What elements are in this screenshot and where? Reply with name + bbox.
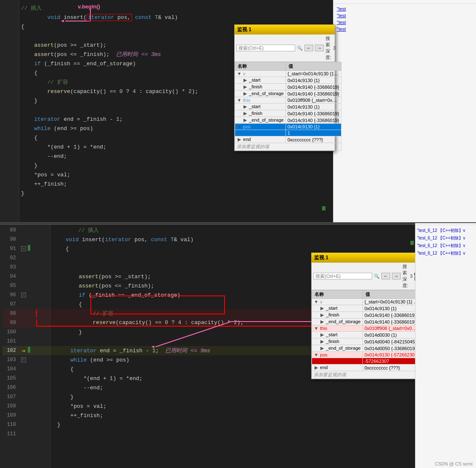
right-panel-top: "test "test "test "test xyxy=(333,0,476,223)
code-line: 107 } xyxy=(3,392,420,402)
watch-row-inner-red: -572662307 xyxy=(312,358,421,364)
watch-row: ▶ _finish 0x014c9140 {-33686019} xyxy=(235,110,341,117)
code-line: 91 - { xyxy=(3,244,420,253)
watch-depth-label: 搜索深度: xyxy=(325,35,331,61)
watch-row-inner: 1 xyxy=(235,130,341,136)
code-line: 108 *pos = val; xyxy=(3,402,420,411)
watch-row-selected: ▼ pos 0x014c9130 {1} xyxy=(235,124,341,130)
watermark: CSDN @ CS semi xyxy=(435,461,473,466)
watch-row: ▶ _end_of_storage 0x014d0050 {-33686019} xyxy=(312,345,421,352)
code-line: 106 --end; xyxy=(3,383,420,392)
watch-row: ▶ _start 0x014c9130 {1} xyxy=(235,77,341,84)
right-panel-item[interactable]: "test xyxy=(333,5,476,12)
code-line: 109 ++_finish; xyxy=(3,411,420,420)
watch-search-bottom[interactable] xyxy=(313,273,372,279)
code-line: --end; xyxy=(21,152,332,161)
watch-row: ▶ _end_of_storage 0x014c9140 {-33686019} xyxy=(235,90,341,97)
watch-row: ▼ this 0x010ff908 {_start=0x014c9130 xyxy=(235,97,341,104)
watch-row: ▶ _finish 0x014d0040 {-842150451} xyxy=(312,338,421,345)
code-line: 111 xyxy=(3,429,420,439)
watch-depth-value: 3 xyxy=(333,45,336,51)
watch-row: ▶ _finish 0x014c9140 {-33686019} xyxy=(312,312,421,319)
watch-row: ▶ _start 0x014c9130 (1) xyxy=(235,104,341,110)
watch-col-name-2: 名称 xyxy=(312,290,363,299)
watch-row: ▼ v {_start=0x014c9130 {1} _finish={ xyxy=(235,71,341,77)
watch-depth-value-2: 3 xyxy=(410,274,413,279)
watch-toolbar-top[interactable]: 🔍 ← → 搜索深度: 3 xyxy=(235,35,335,62)
code-line: void insert(iterator pos, const T& val) xyxy=(21,13,332,22)
watch-table-bottom: 名称 值 ▼ v {_start=0x014c9130 {1} _finish=… xyxy=(312,290,421,379)
watch-depth-label-2: 搜索深度: xyxy=(402,263,408,289)
right-panel-item[interactable]: "test xyxy=(333,12,476,19)
watch-row: ▶ _end_of_storage 0x014c9140 {-33686019} xyxy=(235,117,341,124)
bottom-right-list: "test_6_12 【C++初除】v "test_6_12 【C++初除】v … xyxy=(415,225,476,259)
collapse-btn[interactable]: - xyxy=(21,292,26,298)
minimap-dot xyxy=(322,206,325,210)
watch-row: ▶ end 0xcccccccc {???} xyxy=(235,136,341,143)
collapse-btn[interactable]: - xyxy=(21,357,26,362)
watch-row: ▶ end 0xcccccccc {???} xyxy=(312,364,421,371)
right-panel-item[interactable]: "test xyxy=(333,19,476,26)
right-panel-list: "test "test "test "test xyxy=(333,4,476,34)
watch-title-top: 监视 1 xyxy=(235,25,335,35)
code-line: 89 // 插入 xyxy=(3,226,420,235)
watch-toolbar-bottom[interactable]: 🔍 ← → 搜索深度: 3 ▶ 🔲 xyxy=(312,263,420,290)
code-line: 90 void insert(iterator pos, const T& va… xyxy=(3,235,420,244)
watch-back-btn-2[interactable]: ← xyxy=(381,273,390,279)
watch-title-bottom: 监视 1 xyxy=(312,253,420,263)
watch-row-red-sel: ▼ pos 0x014c9130 {-572662307} xyxy=(312,352,421,358)
watch-fwd-btn[interactable]: → xyxy=(315,45,324,51)
right-item[interactable]: "test_6_12 【C++初除】v xyxy=(415,242,476,250)
current-line-arrow: ⇒ xyxy=(22,347,25,354)
right-item[interactable]: "test_6_12 【C++初除】v xyxy=(415,234,476,242)
watch-table-top: 名称 值 ▼ v {_start=0x014c9130 {1} _finish=… xyxy=(235,62,341,151)
watch-row: ▶ _start 0x014c9130 {1} xyxy=(312,305,421,312)
watch-add-row-2[interactable]: 添加要监视的项 xyxy=(312,371,421,379)
watch-add-row[interactable]: 添加要监视的项 xyxy=(235,143,341,151)
code-line: 110 } xyxy=(3,420,420,429)
watch-window-top: 监视 1 🔍 ← → 搜索深度: 3 名称 值 ▼ v {_start=0x01… xyxy=(234,24,335,151)
watch-window-bottom: 监视 1 🔍 ← → 搜索深度: 3 ▶ 🔲 名称 值 ▼ v {_start=… xyxy=(311,253,420,379)
right-panel-item[interactable]: "test xyxy=(333,26,476,32)
watch-col-name: 名称 xyxy=(235,62,286,71)
right-panel-header xyxy=(333,0,476,4)
watch-row: ▶ _start 0x014d0030 (1) xyxy=(312,332,421,338)
code-line: ++_finish; xyxy=(21,179,332,189)
code-line: } xyxy=(21,189,332,198)
code-line: } xyxy=(21,161,332,170)
code-line: *pos = val; xyxy=(21,170,332,179)
collapse-btn[interactable]: - xyxy=(21,246,26,251)
watch-back-btn[interactable]: ← xyxy=(304,45,313,51)
right-item[interactable]: "test_6_12 【C++初除】v xyxy=(415,250,476,257)
watch-row: ▶ _finish 0x014c9140 {-33686019} xyxy=(235,84,341,90)
watch-search-top[interactable] xyxy=(236,45,295,51)
watch-fwd-btn-2[interactable]: → xyxy=(392,273,401,279)
bottom-right-panel: "test_6_12 【C++初除】v "test_6_12 【C++初除】v … xyxy=(415,223,476,468)
magnify-icon-2: 🔍 xyxy=(374,274,380,279)
right-item[interactable]: "test_6_12 【C++初除】v xyxy=(415,227,476,234)
minimap-dot xyxy=(410,241,414,245)
watch-col-value-2: 值 xyxy=(362,290,421,299)
watch-col-value: 值 xyxy=(286,62,341,71)
watch-row: ▼ v {_start=0x014c9130 {1} _finish=0x014… xyxy=(312,299,421,305)
watch-row: ▶ _end_of_storage 0x014c9140 {-33686019} xyxy=(312,319,421,325)
magnify-icon: 🔍 xyxy=(297,45,303,51)
watch-row-red: ▼ this 0x010ff908 {_start=0x014d0030 {1}… xyxy=(312,325,421,332)
